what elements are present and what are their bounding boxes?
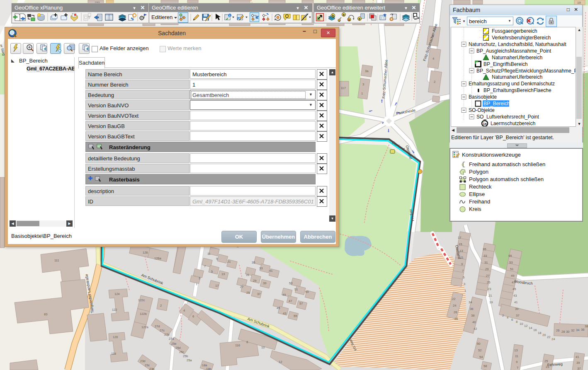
svg-text:49: 49 (511, 274, 514, 278)
svg-text:3a: 3a (365, 69, 369, 73)
svg-text:35: 35 (483, 247, 486, 251)
svg-text:33: 33 (484, 254, 487, 258)
svg-text:NaturnaherUferbereich: NaturnaherUferbereich (492, 55, 542, 60)
svg-text:8: 8 (516, 320, 518, 324)
svg-text:31: 31 (484, 261, 488, 264)
svg-text:8: 8 (246, 340, 248, 344)
svg-text:25b: 25b (183, 354, 188, 358)
svg-text:2: 2 (502, 314, 504, 317)
svg-text:57: 57 (299, 302, 303, 305)
svg-text:24: 24 (552, 337, 555, 341)
svg-text:122: 122 (112, 308, 117, 312)
svg-text:31: 31 (246, 273, 249, 277)
svg-text:118: 118 (111, 352, 116, 355)
svg-text:27: 27 (240, 285, 243, 289)
svg-text:25c: 25c (179, 350, 184, 354)
svg-text:45: 45 (513, 287, 516, 291)
svg-text:7: 7 (517, 366, 518, 370)
svg-text:i: i (229, 14, 230, 17)
svg-text:9: 9 (461, 262, 463, 266)
svg-text:116: 116 (235, 343, 240, 347)
svg-text:2: 2 (434, 80, 435, 84)
svg-text:16: 16 (533, 328, 537, 332)
svg-text:14: 14 (529, 326, 532, 330)
svg-text:126: 126 (143, 251, 148, 254)
svg-text:25: 25 (544, 359, 548, 363)
svg-text:b: b (359, 17, 360, 20)
svg-text:38: 38 (471, 314, 474, 317)
svg-text:19: 19 (489, 300, 493, 304)
svg-text:41: 41 (514, 300, 518, 304)
svg-text:BP_SchutzPflegeEntwicklungsMas: BP_SchutzPflegeEntwicklungsMassnahme_Poi… (476, 68, 576, 74)
svg-text:25: 25 (246, 291, 250, 295)
svg-text:b: b (343, 13, 345, 16)
svg-text:37: 37 (257, 292, 260, 296)
svg-text:7: 7 (462, 269, 464, 273)
svg-text:3: 3 (464, 282, 465, 286)
svg-text:51: 51 (294, 288, 298, 291)
svg-text:10: 10 (261, 346, 265, 349)
svg-text:17: 17 (215, 284, 219, 288)
svg-text:b: b (332, 14, 334, 17)
svg-text:11: 11 (207, 252, 211, 256)
svg-text:27c: 27c (160, 329, 165, 332)
svg-text:4: 4 (507, 316, 508, 319)
svg-text:51: 51 (510, 267, 513, 271)
svg-text:39: 39 (263, 281, 266, 285)
svg-text:22: 22 (547, 335, 550, 339)
svg-text:4: 4 (183, 309, 185, 312)
svg-text:83: 83 (44, 312, 47, 316)
svg-text:21: 21 (488, 294, 492, 297)
svg-text:13: 13 (459, 249, 463, 253)
svg-text:27a: 27a (169, 337, 174, 341)
svg-text:25: 25 (487, 281, 490, 284)
svg-text:120: 120 (113, 335, 118, 339)
svg-text:11: 11 (515, 354, 518, 358)
svg-text:23c: 23c (145, 363, 150, 367)
svg-text:124: 124 (114, 292, 120, 296)
svg-text:2: 2 (160, 304, 162, 307)
svg-text:5: 5 (463, 276, 464, 279)
svg-text:5: 5 (211, 270, 213, 273)
svg-text:9: 9 (216, 257, 218, 261)
svg-text:1: 1 (361, 92, 363, 95)
svg-text:4: 4 (432, 57, 434, 60)
svg-text:1: 1 (196, 282, 197, 286)
svg-text:26: 26 (556, 329, 559, 332)
svg-text:27d: 27d (155, 324, 160, 328)
svg-text:47: 47 (512, 281, 515, 284)
svg-text:54: 54 (479, 355, 483, 359)
svg-text:1: 1 (464, 289, 466, 293)
svg-text:SO_Luftverkehrsrecht_Point: SO_Luftverkehrsrecht_Point (476, 114, 539, 120)
svg-text:21: 21 (227, 260, 231, 264)
svg-text:33: 33 (259, 266, 262, 270)
svg-text:Fussgaengerbereich: Fussgaengerbereich (492, 28, 537, 34)
svg-text:58: 58 (484, 364, 487, 368)
svg-text:6: 6 (432, 34, 434, 38)
svg-text:NaturnaherUferbereich: NaturnaherUferbereich (492, 74, 542, 80)
svg-text:17: 17 (458, 236, 461, 239)
svg-text:42: 42 (474, 327, 477, 331)
svg-text:34: 34 (469, 300, 472, 304)
svg-text:10: 10 (520, 322, 523, 326)
svg-text:25e: 25e (171, 342, 177, 346)
svg-text:28: 28 (561, 330, 565, 334)
svg-text:Erhaltungssatzung und Denkmals: Erhaltungssatzung und Denkmalschutz (469, 81, 555, 87)
svg-text:23: 23 (488, 287, 491, 291)
svg-text:BP_ErhaltungsBereichFlaeche: BP_ErhaltungsBereichFlaeche (484, 87, 552, 93)
svg-text:13: 13 (514, 348, 518, 352)
svg-text:25a: 25a (187, 358, 192, 362)
svg-text:34: 34 (576, 328, 579, 332)
svg-text:12: 12 (279, 360, 282, 364)
svg-text:43: 43 (283, 312, 286, 315)
svg-text:53: 53 (289, 281, 292, 285)
svg-text:23b: 23b (149, 367, 155, 370)
svg-text:32: 32 (571, 329, 574, 332)
svg-text:111: 111 (54, 259, 59, 262)
svg-text:b: b (348, 18, 350, 21)
svg-text:52: 52 (478, 348, 481, 352)
svg-text:126a: 126a (154, 256, 162, 260)
svg-text:26: 26 (454, 310, 457, 314)
svg-text:37: 37 (577, 367, 581, 370)
svg-text:BP_Bereich: BP_Bereich (484, 101, 510, 106)
